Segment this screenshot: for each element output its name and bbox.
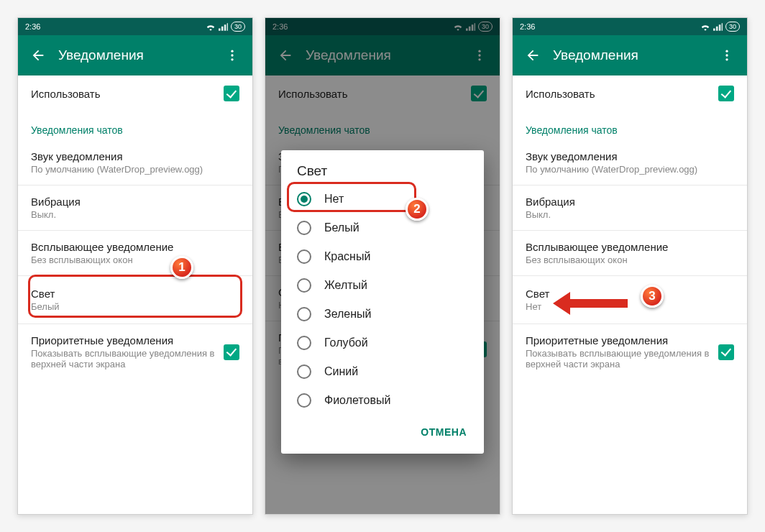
- annotation-badge-1: 1: [170, 256, 193, 279]
- svg-point-0: [231, 50, 233, 52]
- use-checkbox[interactable]: [718, 86, 734, 101]
- row-popup[interactable]: Всплывающее уведомление Без всплывающих …: [18, 231, 252, 275]
- light-option[interactable]: Зеленый: [281, 300, 484, 329]
- svg-point-8: [725, 58, 728, 60]
- popup-title: Всплывающее уведомление: [31, 241, 239, 253]
- use-label: Использовать: [526, 88, 718, 100]
- svg-point-2: [231, 58, 233, 60]
- use-checkbox[interactable]: [224, 86, 239, 101]
- light-option-label: Белый: [324, 221, 359, 234]
- radio-icon: [297, 278, 311, 293]
- light-option-label: Голубой: [324, 336, 368, 349]
- back-button[interactable]: [24, 47, 52, 63]
- svg-point-6: [725, 50, 728, 52]
- signal-icon: [219, 23, 228, 31]
- appbar-title: Уведомления: [52, 47, 218, 63]
- light-option[interactable]: Красный: [281, 242, 484, 271]
- priority-title: Приоритетные уведомления: [31, 334, 224, 347]
- light-sub: Нет: [526, 301, 734, 312]
- vibration-title: Вибрация: [31, 196, 239, 208]
- light-option-label: Нет: [324, 193, 344, 206]
- more-button[interactable]: [713, 48, 741, 63]
- row-priority[interactable]: Приоритетные уведомления Показывать вспл…: [18, 324, 252, 380]
- wifi-icon: [700, 23, 710, 31]
- phone-screen-2: 2:36 30 Уведомления Использовать Уведомл…: [265, 17, 500, 515]
- vibration-sub: Выкл.: [526, 209, 734, 220]
- row-light[interactable]: Свет Нет: [513, 276, 747, 324]
- row-vibration[interactable]: Вибрация Выкл.: [18, 185, 252, 230]
- app-bar: Уведомления: [18, 35, 252, 75]
- priority-sub: Показывать всплывающие уведомления в вер…: [31, 348, 224, 370]
- light-option[interactable]: Фиолетовый: [281, 386, 484, 415]
- light-option-label: Красный: [324, 250, 370, 263]
- more-vert-icon: [225, 48, 239, 63]
- phone-screen-1: 2:36 30 Уведомления Использовать Уведомл…: [17, 17, 253, 515]
- status-time: 2:36: [25, 22, 40, 31]
- radio-icon: [297, 192, 311, 206]
- signal-icon: [713, 23, 723, 31]
- light-title: Свет: [526, 288, 734, 300]
- more-button[interactable]: [218, 48, 247, 63]
- battery-icon: 30: [725, 22, 740, 32]
- popup-title: Всплывающее уведомление: [526, 241, 734, 253]
- priority-checkbox[interactable]: [224, 344, 239, 360]
- priority-checkbox[interactable]: [718, 344, 734, 360]
- vibration-sub: Выкл.: [31, 209, 239, 220]
- appbar-title: Уведомления: [547, 47, 713, 63]
- radio-icon: [297, 249, 311, 264]
- vibration-title: Вибрация: [526, 196, 734, 208]
- annotation-badge-3: 3: [641, 285, 664, 308]
- sound-title: Звук уведомления: [31, 150, 239, 162]
- status-bar: 2:36 30: [513, 18, 747, 35]
- battery-icon: 30: [231, 22, 245, 32]
- status-bar: 2:36 30: [18, 18, 252, 35]
- row-use[interactable]: Использовать: [18, 75, 252, 111]
- light-option[interactable]: Синий: [281, 357, 484, 386]
- arrow-back-icon: [30, 47, 46, 63]
- popup-sub: Без всплывающих окон: [31, 254, 239, 265]
- app-bar: Уведомления: [513, 35, 747, 75]
- radio-icon: [297, 364, 311, 379]
- light-option[interactable]: Голубой: [281, 329, 484, 357]
- sound-sub: По умолчанию (WaterDrop_preview.ogg): [526, 164, 734, 175]
- radio-icon: [297, 336, 311, 350]
- light-title: Свет: [31, 288, 239, 300]
- priority-sub: Показывать всплывающие уведомления в вер…: [526, 348, 718, 370]
- row-sound[interactable]: Звук уведомления По умолчанию (WaterDrop…: [513, 140, 747, 185]
- phone-screen-3: 2:36 30 Уведомления Использовать Уведомл…: [512, 17, 748, 515]
- radio-icon: [297, 393, 311, 408]
- back-button[interactable]: [518, 47, 547, 63]
- light-sub: Белый: [31, 301, 239, 312]
- row-priority[interactable]: Приоритетные уведомления Показывать вспл…: [513, 324, 747, 380]
- use-label: Использовать: [31, 88, 224, 100]
- status-icons: 30: [700, 22, 740, 32]
- more-vert-icon: [720, 48, 734, 63]
- radio-icon: [297, 307, 311, 321]
- priority-title: Приоритетные уведомления: [526, 334, 718, 347]
- row-sound[interactable]: Звук уведомления По умолчанию (WaterDrop…: [18, 140, 252, 185]
- dialog-actions: ОТМЕНА: [281, 415, 484, 449]
- section-chat-header: Уведомления чатов: [18, 111, 252, 140]
- light-option[interactable]: Нет: [281, 185, 484, 214]
- radio-icon: [297, 221, 311, 235]
- status-time: 2:36: [520, 22, 535, 31]
- settings-list: Использовать Уведомления чатов Звук увед…: [18, 75, 252, 380]
- row-popup[interactable]: Всплывающее уведомление Без всплывающих …: [513, 231, 747, 275]
- light-option[interactable]: Желтый: [281, 271, 484, 300]
- dialog-cancel-button[interactable]: ОТМЕНА: [413, 421, 474, 444]
- light-option-label: Желтый: [324, 279, 367, 292]
- light-dialog: Свет НетБелыйКрасныйЖелтыйЗеленыйГолубой…: [281, 150, 484, 454]
- sound-title: Звук уведомления: [526, 150, 734, 162]
- status-icons: 30: [206, 22, 245, 32]
- wifi-icon: [206, 23, 216, 31]
- annotation-badge-2: 2: [406, 198, 429, 221]
- row-vibration[interactable]: Вибрация Выкл.: [513, 185, 747, 230]
- row-light[interactable]: Свет Белый: [18, 276, 252, 324]
- svg-point-1: [231, 54, 233, 56]
- section-chat-header: Уведомления чатов: [513, 111, 747, 140]
- popup-sub: Без всплывающих окон: [526, 254, 734, 265]
- light-option-label: Синий: [324, 365, 358, 378]
- svg-point-7: [725, 54, 728, 56]
- row-use[interactable]: Использовать: [513, 75, 747, 111]
- light-option[interactable]: Белый: [281, 214, 484, 242]
